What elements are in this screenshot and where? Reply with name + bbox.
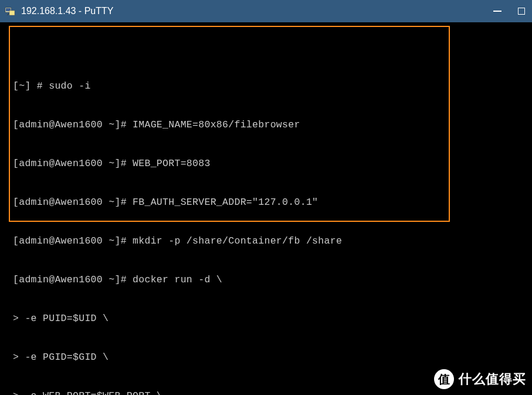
terminal-line: [admin@Awen1600 ~]# docker run -d \ <box>0 274 532 286</box>
maximize-button[interactable] <box>518 8 525 15</box>
svg-rect-2 <box>9 11 15 15</box>
terminal-line: [admin@Awen1600 ~]# WEB_PORT=8083 <box>0 157 532 170</box>
window-titlebar: 192.168.1.43 - PuTTY <box>0 0 532 22</box>
terminal-line: > -e PUID=$UID \ <box>0 312 532 325</box>
terminal-line: > -e WEB_PORT=$WEB_PORT \ <box>0 390 532 395</box>
minimize-button[interactable] <box>493 11 501 12</box>
terminal-line: > -e PGID=$GID \ <box>0 351 532 364</box>
terminal-line: [admin@Awen1600 ~]# FB_AUTH_SERVER_ADDR=… <box>0 196 532 209</box>
window-controls <box>493 8 527 15</box>
putty-icon <box>5 6 15 16</box>
terminal-line: [admin@Awen1600 ~]# IMAGE_NAME=80x86/fil… <box>0 119 532 131</box>
svg-line-3 <box>7 13 9 15</box>
terminal-output[interactable]: [~] # sudo -i [admin@Awen1600 ~]# IMAGE_… <box>0 22 532 395</box>
terminal-line: [admin@Awen1600 ~]# mkdir -p /share/Cont… <box>0 235 532 248</box>
watermark-badge-icon: 值 <box>434 369 454 389</box>
watermark: 值 什么值得买 <box>434 369 526 389</box>
terminal-line: [~] # sudo -i <box>0 80 532 93</box>
window-title: 192.168.1.43 - PuTTY <box>21 6 493 16</box>
watermark-text: 什么值得买 <box>459 370 526 388</box>
